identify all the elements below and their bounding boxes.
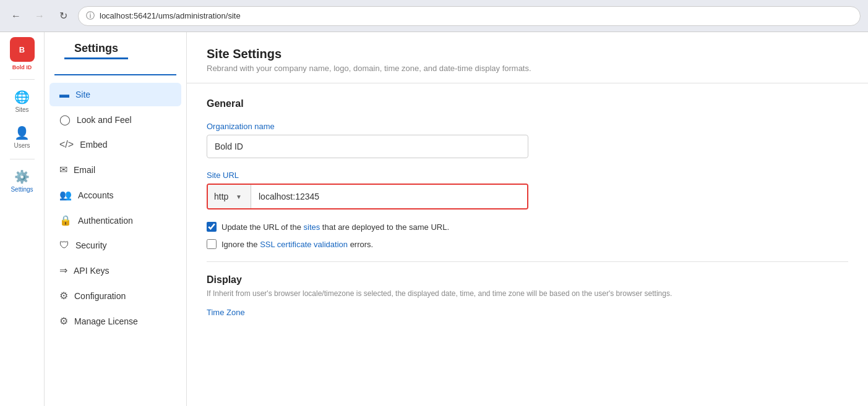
page-header: Site Settings Rebrand with your company … xyxy=(187,32,868,83)
logo-text: Bold ID xyxy=(12,64,32,70)
ignore-ssl-row: Ignore the SSL certificate validation er… xyxy=(207,239,848,249)
display-section-title: Display xyxy=(207,274,848,285)
section-divider xyxy=(207,261,848,262)
site-url-label: Site URL xyxy=(207,171,848,180)
accounts-icon: 👥 xyxy=(59,189,72,201)
sidebar-item-look-and-feel[interactable]: ◯ Look and Feel xyxy=(49,108,181,132)
update-url-row: Update the URL of the sites that are dep… xyxy=(207,222,848,232)
auth-icon: 🔒 xyxy=(59,214,72,226)
sidebar-item-api-label: API Keys xyxy=(74,266,110,276)
sidebar-item-look-label: Look and Feel xyxy=(77,115,132,125)
sidebar-item-accounts-label: Accounts xyxy=(78,190,114,200)
sidebar-item-manage-license[interactable]: ⚙ Manage License xyxy=(49,309,181,333)
content-body: General Organization name Site URL http … xyxy=(187,83,868,332)
protocol-dropdown[interactable]: http https xyxy=(214,192,233,201)
app-container: B Bold ID 🌐 Sites 👤 Users ⚙️ Settings Se… xyxy=(0,32,868,406)
sidebar-title-wrap: Settings xyxy=(54,42,176,75)
settings-nav-icon: ⚙️ xyxy=(14,169,30,184)
reload-button[interactable]: ↻ xyxy=(54,7,72,25)
protocol-select[interactable]: http https ▼ xyxy=(208,185,251,208)
sidebar-item-authentication[interactable]: 🔒 Authentication xyxy=(49,208,181,232)
embed-icon: </> xyxy=(59,139,74,150)
site-url-group: Site URL http https ▼ xyxy=(207,171,848,209)
update-url-label: Update the URL of the sites that are dep… xyxy=(221,222,449,232)
forward-button[interactable]: → xyxy=(31,7,48,25)
sidebar-item-configuration[interactable]: ⚙ Configuration xyxy=(49,284,181,308)
update-url-checkbox[interactable] xyxy=(207,222,217,232)
api-keys-icon: ⇒ xyxy=(59,264,67,276)
chevron-down-icon: ▼ xyxy=(236,193,242,200)
security-icon: 🛡 xyxy=(59,240,69,251)
nav-item-sites[interactable]: 🌐 Sites xyxy=(0,83,44,119)
url-input[interactable] xyxy=(251,185,527,208)
general-section-title: General xyxy=(207,98,848,109)
ssl-cert-link[interactable]: SSL certificate validation xyxy=(260,240,348,249)
org-name-label: Organization name xyxy=(207,122,848,131)
timezone-label: Time Zone xyxy=(207,308,848,317)
sidebar-title: Settings xyxy=(64,42,128,59)
sidebar-item-site-label: Site xyxy=(75,90,90,99)
users-icon: 👤 xyxy=(14,125,30,140)
nav-divider-bottom xyxy=(10,159,35,159)
sidebar-item-api-keys[interactable]: ⇒ API Keys xyxy=(49,258,181,282)
sidebar-item-site[interactable]: ▬ Site xyxy=(49,83,181,106)
sites-link[interactable]: sites xyxy=(304,222,320,232)
page-subtitle: Rebrand with your company name, logo, do… xyxy=(207,64,848,73)
ignore-ssl-checkbox[interactable] xyxy=(207,239,217,249)
sidebar-item-email-label: Email xyxy=(74,165,95,175)
look-feel-icon: ◯ xyxy=(59,114,71,125)
display-section-subtitle: If Inherit from user's browser locale/ti… xyxy=(207,289,848,298)
email-icon: ✉ xyxy=(59,164,67,176)
org-name-input[interactable] xyxy=(207,135,528,158)
nav-label-settings: Settings xyxy=(11,186,33,193)
config-icon: ⚙ xyxy=(59,290,68,302)
app-logo[interactable]: B xyxy=(10,37,35,62)
sidebar-item-license-label: Manage License xyxy=(74,316,138,326)
nav-label-users: Users xyxy=(14,142,30,149)
url-text: localhost:56421/ums/administration/site xyxy=(100,11,241,20)
sidebar: Settings ▬ Site ◯ Look and Feel </> Embe… xyxy=(45,32,187,406)
license-icon: ⚙ xyxy=(59,315,68,327)
page-title: Site Settings xyxy=(207,47,848,61)
sidebar-item-accounts[interactable]: 👥 Accounts xyxy=(49,183,181,207)
site-menu-icon: ▬ xyxy=(59,89,69,100)
icon-nav: B Bold ID 🌐 Sites 👤 Users ⚙️ Settings xyxy=(0,32,45,406)
org-name-group: Organization name xyxy=(207,122,848,158)
nav-item-settings[interactable]: ⚙️ Settings xyxy=(0,163,44,199)
sidebar-item-config-label: Configuration xyxy=(74,291,126,301)
ignore-ssl-label: Ignore the SSL certificate validation er… xyxy=(221,240,373,249)
address-bar[interactable]: ⓘ localhost:56421/ums/administration/sit… xyxy=(78,6,861,26)
sidebar-item-security[interactable]: 🛡 Security xyxy=(49,234,181,257)
browser-chrome: ← → ↻ ⓘ localhost:56421/ums/administrati… xyxy=(0,0,868,32)
sidebar-item-email[interactable]: ✉ Email xyxy=(49,158,181,182)
nav-label-sites: Sites xyxy=(15,106,28,113)
nav-divider-top xyxy=(10,79,35,80)
sidebar-item-auth-label: Authentication xyxy=(78,216,133,226)
main-content: Site Settings Rebrand with your company … xyxy=(187,32,868,406)
info-icon: ⓘ xyxy=(86,11,95,22)
site-url-row: http https ▼ xyxy=(207,184,528,209)
nav-item-users[interactable]: 👤 Users xyxy=(0,119,44,155)
sidebar-item-security-label: Security xyxy=(75,240,107,250)
globe-icon: 🌐 xyxy=(14,90,30,104)
sidebar-item-embed-label: Embed xyxy=(80,140,107,150)
sidebar-item-embed[interactable]: </> Embed xyxy=(49,133,181,156)
back-button[interactable]: ← xyxy=(7,7,25,25)
